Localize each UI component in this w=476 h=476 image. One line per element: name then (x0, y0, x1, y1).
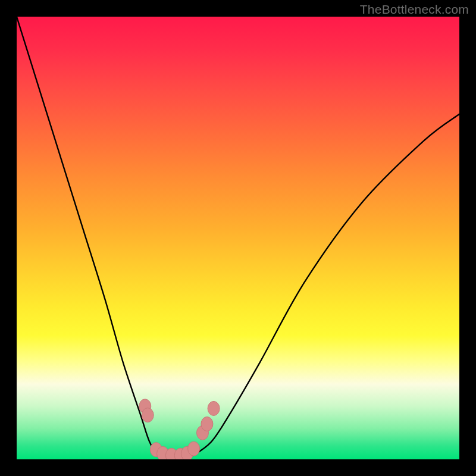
bottleneck-curve-svg (17, 17, 459, 459)
marker-right-cluster-3 (208, 401, 220, 415)
chart-frame: TheBottleneck.com (0, 0, 476, 476)
marker-left-cluster-2 (142, 408, 154, 422)
marker-right-cluster-2 (201, 416, 213, 431)
marker-group (139, 399, 220, 459)
marker-bottom-6 (188, 441, 200, 456)
bottleneck-curve (17, 17, 459, 459)
plot-area (17, 17, 459, 459)
watermark-text: TheBottleneck.com (360, 2, 469, 17)
